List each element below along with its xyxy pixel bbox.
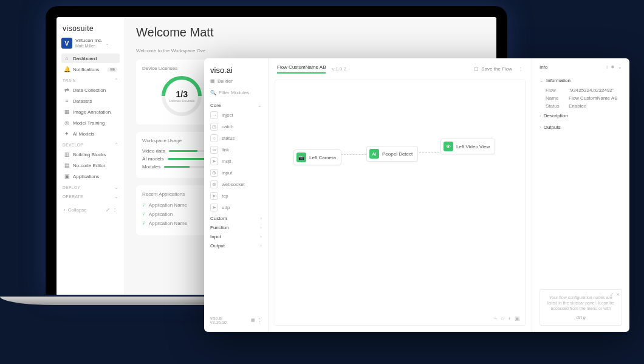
module-udp[interactable]: ➤udp	[210, 202, 262, 213]
flow-canvas[interactable]: 📷 Left Camera AI Peopel Detect 👁 Left Vi…	[275, 80, 526, 326]
zoom-out-icon[interactable]: −	[494, 315, 497, 321]
app-icon: ⑂	[142, 202, 145, 208]
group-function[interactable]: Function›	[210, 225, 262, 230]
udp-icon: ➤	[210, 204, 218, 211]
module-input[interactable]: ⊕input	[210, 167, 262, 179]
chevron-right-icon: ›	[260, 243, 262, 249]
chevron-right-icon: ›	[540, 125, 541, 130]
nav-applications[interactable]: ▣Applications	[61, 171, 120, 181]
bell-icon: 🔔	[64, 66, 70, 72]
section-operate[interactable]: OPERATE⌄	[63, 194, 118, 199]
grid-icon[interactable]: ▦	[251, 318, 255, 323]
module-mqtt[interactable]: ➤mqtt	[210, 156, 262, 167]
module-status[interactable]: ○status	[210, 132, 262, 144]
group-output[interactable]: Output›	[210, 243, 262, 249]
section-train[interactable]: TRAIN⌃	[63, 78, 118, 83]
org-selector[interactable]: V Virtucon Inc. Matt Miller ⌄	[61, 38, 120, 49]
ai-icon: AI	[369, 149, 379, 159]
node-people-detect[interactable]: AI Peopel Detect	[366, 146, 418, 162]
more-icon: ⋮	[112, 207, 117, 213]
nav-notifications-label: Notifications	[73, 67, 100, 72]
info-icon[interactable]: i	[606, 64, 608, 70]
link-icon: ∞	[210, 146, 218, 154]
section-develop[interactable]: DEVELOP⌃	[63, 142, 118, 148]
chevron-right-icon: ›	[260, 225, 262, 230]
node-left-camera[interactable]: 📷 Left Camera	[293, 149, 341, 165]
chevron-down-icon: ⌄	[114, 194, 119, 199]
blocks-icon: ▥	[64, 151, 70, 157]
filter-modules-input[interactable]: 🔍 Filter Modules	[210, 90, 262, 95]
popout-icon[interactable]: ⤢	[610, 292, 614, 297]
websocket-icon: ⊗	[210, 180, 218, 188]
chevron-right-icon: ›	[260, 216, 262, 221]
tcp-icon: ➤	[210, 192, 218, 200]
video-icon: 👁	[444, 142, 453, 151]
chevron-down-icon: ⌄	[114, 185, 119, 190]
footer-version: v3.16.10	[210, 320, 227, 325]
nav-datasets[interactable]: ≡Datasets	[61, 96, 120, 106]
org-user: Matt Miller	[75, 44, 102, 49]
status-icon: ○	[210, 134, 218, 142]
info-status: Enabled	[569, 103, 586, 109]
builder-sublabel: ▦ Builder	[210, 78, 262, 84]
mqtt-icon: ➤	[210, 157, 218, 165]
module-websocket[interactable]: ⊗websocket	[210, 179, 262, 190]
nav-dashboard-label: Dashboard	[73, 56, 97, 61]
flow-name[interactable]: Flow CustomName AB	[277, 64, 326, 74]
input-icon: ⊕	[210, 169, 218, 177]
page-subtitle: Welcome to the Workspace Ove	[136, 48, 485, 53]
inject-icon: →	[210, 111, 218, 119]
chevron-up-icon: ⌃	[114, 78, 119, 83]
nav-notifications[interactable]: 🔔 Notifications 99	[61, 64, 120, 74]
chevron-down-icon[interactable]: ⌄	[618, 64, 622, 70]
builder-logo: viso.ai	[210, 66, 262, 75]
more-icon[interactable]: ⋮	[518, 66, 523, 72]
nav-ai-models[interactable]: ✦AI Models	[61, 129, 120, 139]
section-outputs[interactable]: ›Outputs	[540, 125, 622, 130]
grid-icon: ▦	[210, 78, 215, 84]
fit-icon[interactable]: ▣	[515, 315, 520, 321]
save-flow-button[interactable]: ▢ Save the Flow	[474, 66, 512, 72]
group-input[interactable]: Input›	[210, 234, 262, 239]
module-catch[interactable]: ◷catch	[210, 121, 262, 132]
zoom-in-icon[interactable]: +	[508, 315, 511, 321]
section-information[interactable]: ⌄Information	[540, 78, 622, 83]
org-name: Virtucon Inc.	[75, 38, 102, 44]
node-left-video-view[interactable]: 👁 Left Video View	[440, 139, 495, 154]
hint-box: ⤢ ✕ Your flow configuration nodes are li…	[540, 289, 622, 326]
info-flow-id: "93425324.b232492"	[569, 88, 614, 93]
info-flow-name: Flow CustomName AB	[569, 95, 617, 101]
group-custom[interactable]: Custom›	[210, 216, 262, 221]
info-panel-title: Info	[540, 64, 547, 70]
org-badge-icon: V	[61, 38, 72, 49]
save-icon: ▢	[474, 66, 479, 72]
nav-no-code-editor[interactable]: ▤No-code Editor	[61, 160, 120, 170]
hint-shortcut: ctrl g	[545, 315, 617, 320]
module-inject[interactable]: →inject	[210, 109, 262, 121]
search-icon: 🔍	[210, 90, 216, 95]
bug-icon[interactable]: ✸	[611, 64, 615, 70]
editor-icon: ▤	[64, 162, 70, 168]
section-deploy[interactable]: DEPLOY⌄	[63, 185, 118, 190]
nav-model-training[interactable]: ◎Model Training	[61, 118, 120, 128]
close-icon[interactable]: ✕	[616, 292, 620, 297]
group-core[interactable]: Core⌄	[210, 103, 262, 108]
notification-count: 99	[108, 67, 117, 72]
chevron-down-icon: ⌄	[105, 41, 109, 46]
flow-version: v.1.0.2	[332, 66, 346, 72]
camera-icon: 📷	[296, 153, 306, 162]
section-description[interactable]: ›Description	[540, 113, 622, 118]
chevron-right-icon: ›	[260, 234, 262, 239]
nav-building-blocks[interactable]: ▥Building Blocks	[61, 149, 120, 159]
module-link[interactable]: ∞link	[210, 144, 262, 156]
more-icon[interactable]: ⋮	[258, 318, 262, 323]
nav-dashboard[interactable]: ⌂ Dashboard	[61, 53, 120, 63]
app-icon: ⑂	[142, 220, 145, 226]
nav-data-collection[interactable]: ⇄Data Collection	[61, 85, 120, 95]
collapse-sidebar[interactable]: ‹ Collapse ⤢ ⋮	[61, 205, 120, 215]
nav-image-annotation[interactable]: ▦Image Annotation	[61, 107, 120, 117]
zoom-reset-icon[interactable]: ○	[501, 315, 504, 321]
chevron-left-icon: ‹	[64, 207, 66, 213]
chevron-down-icon: ⌄	[258, 103, 262, 108]
module-tcp[interactable]: ➤tcp	[210, 190, 262, 202]
